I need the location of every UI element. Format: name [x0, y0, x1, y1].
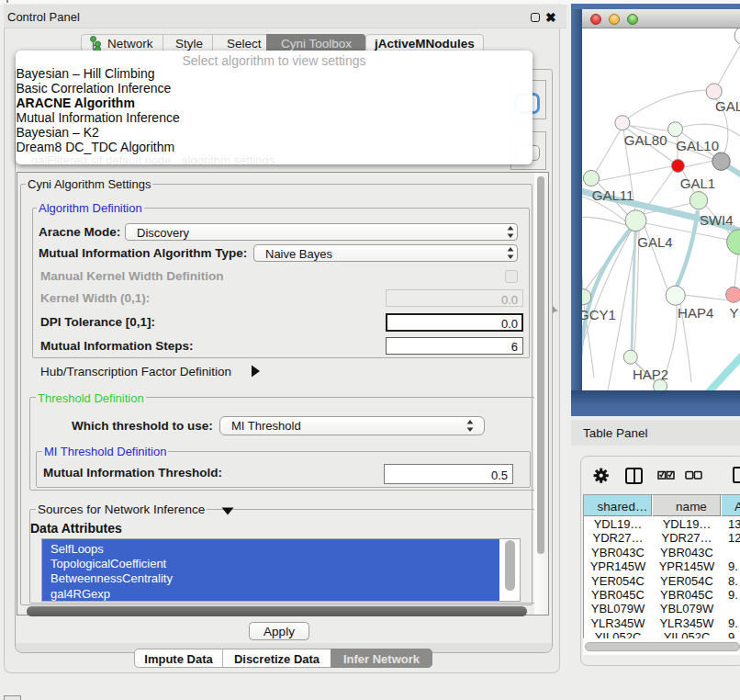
svg-text:GAL4: GAL4 — [637, 234, 672, 250]
svg-text:GAL7: GAL7 — [715, 98, 740, 114]
svg-text:SWI4: SWI4 — [700, 212, 734, 228]
svg-text:GAL80: GAL80 — [624, 132, 667, 148]
svg-text:GAL11: GAL11 — [592, 187, 634, 203]
svg-text:GAL1: GAL1 — [680, 175, 715, 191]
svg-text:HAP2: HAP2 — [633, 367, 668, 382]
svg-text:GAL10: GAL10 — [676, 138, 719, 153]
svg-text:GCY1: GCY1 — [582, 307, 616, 322]
svg-text:HAP4: HAP4 — [678, 305, 713, 321]
svg-text:Y: Y — [730, 305, 739, 321]
